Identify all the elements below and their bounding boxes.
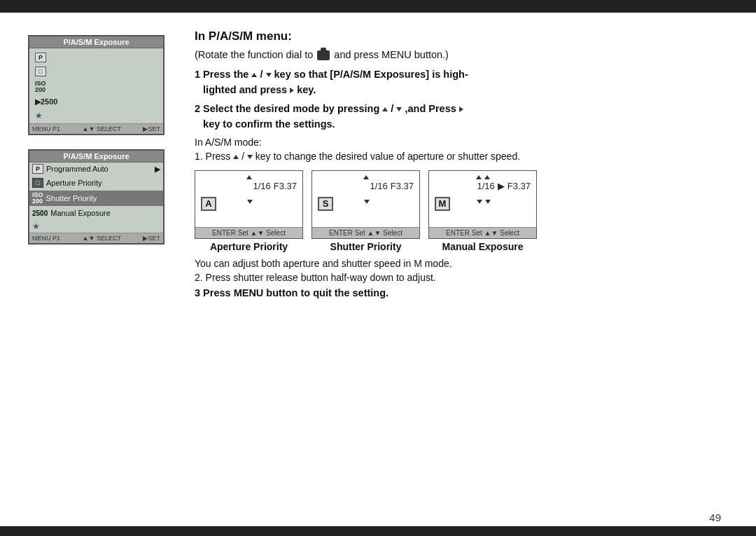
- camera-screen-1: P/A/S/M Exposure P □ ISO200 ▶2500: [28, 35, 164, 135]
- mode-m-val1: 1/16: [477, 181, 494, 191]
- mode-s-label: Shutter Priority: [330, 241, 402, 252]
- mode-a-val1: 1/16: [253, 181, 270, 191]
- menu-aperture: Aperture Priority: [46, 179, 102, 187]
- camera-screen-2: P/A/S/M Exposure P Programmed Auto ▶ □ A…: [28, 149, 164, 245]
- screen1-star: ★: [34, 109, 159, 122]
- cursor-indicator: ▶: [498, 181, 505, 191]
- step3-bold: 3 Press MENU button to quit the setting.: [195, 287, 388, 298]
- arrow-right-1: ▶: [155, 165, 160, 174]
- menu-item-4: 2500 Manual Exposure: [29, 207, 163, 219]
- screen1-p-icon: P: [34, 51, 159, 64]
- star-icon: ★: [35, 111, 43, 121]
- camera-icon: [317, 50, 330, 60]
- step2-bold: 2 Select the desired mode by pressing / …: [195, 103, 463, 130]
- intro-text1: (Rotate the function dial to: [195, 49, 313, 60]
- mode-box-a: 1/16 F3.37 A: [195, 170, 303, 239]
- ud-select-m: ▲▼ Select: [484, 229, 519, 237]
- star-icon-2: ★: [32, 221, 40, 231]
- mode-a-top: [201, 175, 297, 179]
- mode-m-val2: F3.37: [507, 181, 531, 191]
- screen1-title: P/A/S/M Exposure: [29, 36, 163, 48]
- page: P/A/S/M Exposure P □ ISO200 ▶2500: [0, 0, 756, 536]
- menu-programmed: Programmed Auto: [46, 165, 108, 173]
- mode-m-top: [435, 175, 531, 179]
- section-title: In P/A/S/M menu:: [195, 29, 728, 43]
- mode-wrapper-a: 1/16 F3.37 A: [195, 170, 303, 252]
- mode-m-row3: M: [435, 193, 531, 211]
- intro-para: (Rotate the function dial to and press M…: [195, 48, 728, 63]
- down-tri-m2: [485, 200, 491, 204]
- up-arrow-3: [233, 155, 239, 159]
- iso-label-2: ISO200: [32, 192, 43, 205]
- mode-s-val2: F3.37: [391, 181, 414, 191]
- mode-a-footer: ENTER Set ▲▼ Select: [195, 227, 302, 238]
- intro-text1b: and press MENU button.): [334, 49, 449, 60]
- right-arrow-1: [290, 88, 294, 93]
- in-asm-label: In A/S/M mode:: [195, 137, 728, 148]
- screen1-body: P □ ISO200 ▶2500 ★: [29, 48, 163, 123]
- up-tri-s: [363, 175, 369, 179]
- mode-m-footer: ENTER Set ▲▼ Select: [429, 227, 536, 238]
- step2-asm: 2. Press shutter release button half-way…: [195, 272, 728, 283]
- mode-m-values: 1/16 ▶ F3.37: [435, 181, 531, 191]
- menu-shutter: Shutter Priority: [46, 194, 97, 202]
- mode-s-footer: ENTER Set ▲▼ Select: [312, 227, 419, 238]
- step3: 3 Press MENU button to quit the setting.: [195, 286, 728, 301]
- screen1-bottom: MENU P1 ▲▼ SELECT ▶SET: [29, 123, 163, 134]
- down-tri-a: [247, 200, 253, 204]
- iso-label: ISO200: [35, 81, 46, 93]
- up-tri-a: [246, 175, 252, 179]
- mode-wrapper-m: 1/16 ▶ F3.37 M: [428, 170, 537, 252]
- down-arrow-2: [396, 107, 402, 111]
- menu-manual: Manual Exposure: [50, 209, 111, 217]
- mode-box-s: 1/16 F3.37 S: [312, 170, 420, 239]
- left-column: P/A/S/M Exposure P □ ISO200 ▶2500: [28, 35, 175, 305]
- up-tri-m2: [484, 175, 490, 179]
- mode-m-body: 1/16 ▶ F3.37 M: [429, 171, 536, 227]
- page-number: 49: [709, 511, 721, 523]
- content: P/A/S/M Exposure P □ ISO200 ▶2500: [0, 13, 756, 319]
- up-arrow-2: [382, 107, 388, 111]
- mode-a-row3: A: [201, 193, 297, 211]
- mode-s-top: [318, 175, 414, 179]
- mode-a-label: Aperture Priority: [210, 241, 288, 252]
- up-tri-m1: [476, 175, 482, 179]
- down-tri-s: [364, 200, 370, 204]
- screen1-square-icon: □: [34, 65, 159, 78]
- mode-box-m: 1/16 ▶ F3.37 M: [428, 170, 537, 239]
- mode-m-letter: M: [435, 197, 450, 211]
- mode-s-val1: 1/16: [370, 181, 387, 191]
- menu-item-5: ★: [29, 220, 163, 233]
- down-arrow-1: [266, 73, 272, 77]
- bottom-bar: [0, 526, 756, 536]
- p-icon-2: P: [32, 164, 43, 174]
- mode-a-values: 1/16 F3.37: [201, 181, 297, 191]
- zoom-value: ▶2500: [35, 97, 57, 106]
- screen2-bottom: MENU P1 ▲▼ SELECT ▶SET: [29, 233, 163, 243]
- down-tri-m1: [477, 200, 482, 204]
- enter-set-m: ENTER Set: [446, 229, 482, 237]
- step1-bold: 1 Press the / key so that [P/A/S/M Expos…: [195, 69, 468, 95]
- right-arrow-2: [459, 106, 463, 112]
- mode-diagrams: 1/16 F3.37 A: [195, 170, 728, 252]
- screen1-iso: ISO200: [34, 79, 159, 95]
- p-icon: P: [35, 53, 46, 62]
- menu-item-2: □ Aperture Priority: [29, 177, 163, 189]
- mode-s-values: 1/16 F3.37: [318, 181, 414, 191]
- screen1-zoom: ▶2500: [34, 96, 159, 108]
- menu-item-1: P Programmed Auto ▶: [29, 163, 163, 175]
- up-arrow-1: [251, 73, 257, 77]
- right-column: In P/A/S/M menu: (Rotate the function di…: [195, 29, 728, 305]
- enter-set-a: ENTER Set: [212, 229, 248, 237]
- screen2-title: P/A/S/M Exposure: [29, 151, 163, 163]
- top-bar: [0, 0, 756, 13]
- step2: 2 Select the desired mode by pressing / …: [195, 102, 728, 132]
- mode-s-body: 1/16 F3.37 S: [312, 171, 419, 227]
- enter-set-s: ENTER Set: [329, 229, 365, 237]
- step1-asm: 1. Press / key to change the desired val…: [195, 151, 728, 162]
- mode-a-letter: A: [201, 197, 216, 211]
- mode-s-letter: S: [318, 197, 333, 211]
- mode-s-row3: S: [318, 193, 414, 211]
- mode-a-body: 1/16 F3.37 A: [195, 171, 302, 227]
- mode-a-val2: F3.37: [274, 181, 297, 191]
